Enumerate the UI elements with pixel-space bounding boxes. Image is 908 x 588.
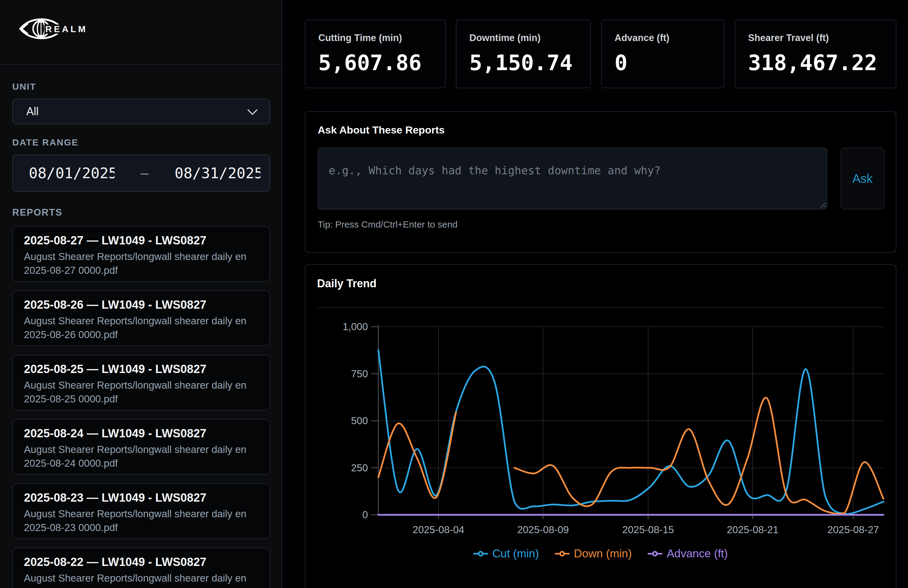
stat-card: Shearer Travel (ft) 318,467.22 (735, 19, 896, 88)
stat-card: Advance (ft) 0 (601, 19, 724, 88)
legend-item[interactable]: Down (min) (555, 547, 632, 560)
unit-select-value: All (26, 105, 39, 118)
legend-item[interactable]: Advance (ft) (647, 547, 728, 560)
report-file-path: August Shearer Reports/longwall shearer … (24, 443, 259, 471)
date-from-input[interactable]: 08/01/2025 (29, 164, 114, 182)
reports-label: REPORTS (12, 207, 270, 218)
daily-trend-header: Daily Trend (306, 265, 896, 308)
legend-label: Advance (ft) (667, 547, 728, 560)
stat-label: Cutting Time (min) (318, 32, 432, 43)
chart-legend: Cut (min)Down (min)Advance (ft) (306, 547, 896, 560)
legend-marker-icon (647, 551, 662, 556)
report-title: 2025-08-25 — LW1049 - LWS0827 (24, 363, 259, 376)
unit-label: UNIT (12, 82, 270, 92)
daily-trend-panel: Daily Trend 02505007501,0002025-08-04202… (305, 264, 896, 588)
realm-eye-logo-icon: REALM (19, 18, 96, 39)
stat-label: Advance (ft) (615, 32, 711, 43)
logo: REALM (0, 0, 282, 65)
ask-button[interactable]: Ask (840, 148, 884, 209)
chevron-down-icon (247, 105, 258, 115)
report-title: 2025-08-23 — LW1049 - LWS0827 (24, 491, 259, 505)
report-title: 2025-08-24 — LW1049 - LWS0827 (24, 427, 259, 440)
dashboard-root: { "sidebar": { "logo_text": "REALM", "un… (0, 0, 908, 588)
x-axis-tick-label: 2025-08-21 (727, 524, 779, 535)
daily-trend-title: Daily Trend (317, 277, 884, 290)
stat-label: Shearer Travel (ft) (748, 32, 883, 43)
report-file-path: August Shearer Reports/longwall shearer … (24, 379, 259, 406)
report-list-item[interactable]: 2025-08-26 — LW1049 - LWS0827 August She… (12, 290, 270, 346)
x-axis-tick-label: 2025-08-15 (622, 524, 674, 535)
legend-item[interactable]: Cut (min) (473, 547, 539, 560)
report-title: 2025-08-26 — LW1049 - LWS0827 (24, 298, 259, 312)
stat-card: Cutting Time (min) 5,607.86 (305, 19, 446, 88)
report-file-path: August Shearer Reports/longwall shearer … (24, 250, 259, 278)
report-file-path: August Shearer Reports/longwall shearer … (24, 314, 259, 342)
report-title: 2025-08-22 — LW1049 - LWS0827 (24, 556, 259, 569)
y-axis-tick-label: 500 (351, 415, 368, 426)
x-axis-tick-label: 2025-08-09 (517, 524, 569, 535)
stats-row: Cutting Time (min) 5,607.86 Downtime (mi… (305, 19, 896, 88)
sidebar: REALM UNIT All DATE RANGE 08/01/2025 – 0… (0, 0, 282, 588)
report-file-path: August Shearer Reports/longwall shearer … (24, 572, 259, 588)
main-content: Cutting Time (min) 5,607.86 Downtime (mi… (305, 0, 896, 588)
legend-label: Down (min) (574, 547, 632, 560)
stat-value: 318,467.22 (748, 50, 883, 76)
report-file-path: August Shearer Reports/longwall shearer … (24, 507, 259, 535)
report-list-item[interactable]: 2025-08-25 — LW1049 - LWS0827 August She… (12, 355, 270, 410)
date-range-label: DATE RANGE (12, 137, 270, 148)
date-range-separator: – (114, 165, 175, 181)
ask-panel-title: Ask About These Reports (318, 124, 884, 136)
legend-marker-icon (555, 551, 570, 556)
y-axis-tick-label: 750 (351, 368, 368, 379)
legend-label: Cut (min) (492, 547, 539, 560)
svg-text:REALM: REALM (45, 24, 88, 34)
date-range-picker[interactable]: 08/01/2025 – 08/31/2025 (12, 154, 270, 192)
ask-panel: Ask About These Reports Ask Tip: Press C… (305, 111, 896, 253)
date-to-input[interactable]: 08/31/2025 (175, 164, 261, 182)
stat-card: Downtime (min) 5,150.74 (456, 19, 591, 88)
report-list-item[interactable]: 2025-08-27 — LW1049 - LWS0827 August She… (12, 226, 270, 282)
stat-value: 0 (615, 50, 711, 76)
legend-marker-icon (473, 551, 488, 556)
report-list-item[interactable]: 2025-08-24 — LW1049 - LWS0827 August She… (12, 419, 270, 475)
x-axis-tick-label: 2025-08-04 (413, 524, 464, 535)
report-list-item[interactable]: 2025-08-22 — LW1049 - LWS0827 August She… (12, 548, 270, 588)
report-list-item[interactable]: 2025-08-23 — LW1049 - LWS0827 August She… (12, 483, 270, 539)
ask-question-input[interactable] (318, 148, 827, 209)
stat-value: 5,607.86 (318, 50, 432, 76)
resize-grip-icon[interactable] (819, 201, 825, 208)
stat-label: Downtime (min) (469, 32, 578, 43)
unit-select[interactable]: All (12, 99, 270, 124)
y-axis-tick-label: 1,000 (343, 321, 368, 332)
daily-trend-chart[interactable]: 02505007501,0002025-08-042025-08-092025-… (306, 308, 896, 547)
ask-tip-text: Tip: Press Cmd/Ctrl+Enter to send (318, 219, 884, 230)
report-title: 2025-08-27 — LW1049 - LWS0827 (24, 234, 259, 247)
report-list: 2025-08-27 — LW1049 - LWS0827 August She… (12, 226, 270, 588)
stat-value: 5,150.74 (469, 50, 578, 76)
y-axis-tick-label: 0 (362, 509, 368, 521)
x-axis-tick-label: 2025-08-27 (828, 524, 879, 535)
y-axis-tick-label: 250 (351, 462, 368, 474)
